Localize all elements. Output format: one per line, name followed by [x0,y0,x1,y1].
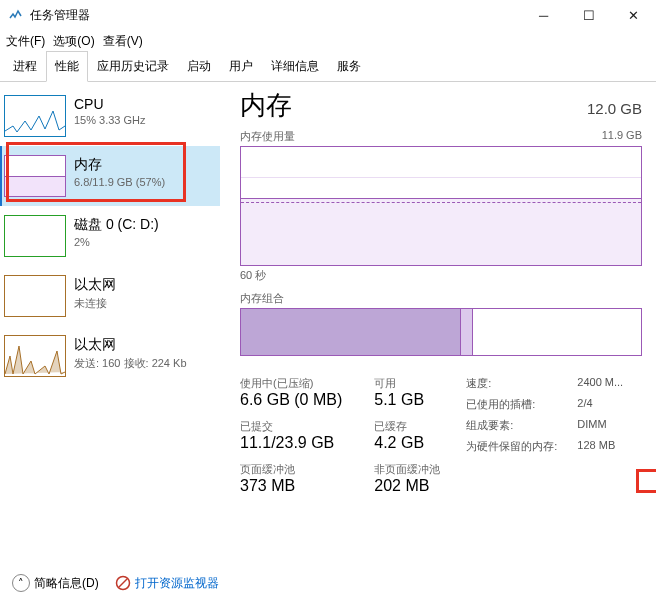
tab-strip: 进程 性能 应用历史记录 启动 用户 详细信息 服务 [0,52,656,82]
tab-details[interactable]: 详细信息 [262,51,328,81]
committed-value: 11.1/23.9 GB [240,434,342,452]
app-icon [8,7,24,23]
tab-processes[interactable]: 进程 [4,51,46,81]
sidebar-sub: 2% [74,236,159,248]
in-use-label: 使用中(已压缩) [240,376,342,391]
cached-value: 4.2 GB [374,434,440,452]
fewer-details-button[interactable]: ˄ 简略信息(D) [12,574,99,592]
tab-app-history[interactable]: 应用历史记录 [88,51,178,81]
in-use-value: 6.6 GB (0 MB) [240,391,342,409]
resmon-label: 打开资源监视器 [135,575,219,592]
title-bar: 任务管理器 ─ ☐ ✕ [0,0,656,30]
cached-label: 已缓存 [374,419,440,434]
memory-usage-chart [240,146,642,266]
sidebar: CPU 15% 3.33 GHz 内存 6.8/11.9 GB (57%) 磁盘… [0,82,220,567]
sidebar-item-disk[interactable]: 磁盘 0 (C: D:) 2% [0,206,220,266]
speed-label: 速度: [466,376,557,391]
avail-label: 可用 [374,376,440,391]
close-button[interactable]: ✕ [611,0,656,30]
reserved-value: 128 MB [577,439,623,454]
sidebar-item-ethernet-2[interactable]: 以太网 发送: 160 接收: 224 Kb [0,326,220,386]
paged-value: 373 MB [240,477,342,495]
page-title: 内存 [240,88,292,123]
maximize-button[interactable]: ☐ [566,0,611,30]
slots-label: 已使用的插槽: [466,397,557,412]
memory-thumb [4,155,66,197]
total-memory: 12.0 GB [587,100,642,117]
sidebar-sub: 发送: 160 接收: 224 Kb [74,356,187,371]
speed-value: 2400 M... [577,376,623,391]
minimize-button[interactable]: ─ [521,0,566,30]
time-axis-label: 60 秒 [240,268,642,283]
sidebar-sub: 未连接 [74,296,116,311]
avail-value: 5.1 GB [374,391,440,409]
composition-label: 内存组合 [240,291,642,306]
resmon-icon [115,575,131,591]
nonpaged-value: 202 MB [374,477,440,495]
sidebar-sub: 15% 3.33 GHz [74,114,146,126]
committed-label: 已提交 [240,419,342,434]
memory-composition-chart [240,308,642,356]
disk-thumb [4,215,66,257]
sidebar-item-ethernet-1[interactable]: 以太网 未连接 [0,266,220,326]
menu-file[interactable]: 文件(F) [6,33,45,50]
stats-area: 使用中(已压缩) 6.6 GB (0 MB) 可用 5.1 GB 已提交 11.… [240,376,642,503]
tab-startup[interactable]: 启动 [178,51,220,81]
open-resmon-link[interactable]: 打开资源监视器 [115,575,219,592]
stats-left: 使用中(已压缩) 6.6 GB (0 MB) 可用 5.1 GB 已提交 11.… [240,376,440,503]
sidebar-label: 以太网 [74,276,116,294]
tab-performance[interactable]: 性能 [46,51,88,82]
tab-users[interactable]: 用户 [220,51,262,81]
nonpaged-label: 非页面缓冲池 [374,462,440,477]
sidebar-label: 磁盘 0 (C: D:) [74,216,159,234]
chevron-up-icon: ˄ [12,574,30,592]
slots-value: 2/4 [577,397,623,412]
svg-line-1 [119,579,127,587]
usage-chart-max: 11.9 GB [602,129,642,144]
sidebar-label: 以太网 [74,336,187,354]
menu-bar: 文件(F) 选项(O) 查看(V) [0,30,656,52]
ethernet-thumb [4,335,66,377]
reserved-label: 为硬件保留的内存: [466,439,557,454]
sidebar-label: CPU [74,96,146,112]
tab-services[interactable]: 服务 [328,51,370,81]
window-title: 任务管理器 [30,7,521,24]
window-controls: ─ ☐ ✕ [521,0,656,30]
sidebar-item-cpu[interactable]: CPU 15% 3.33 GHz [0,86,220,146]
ethernet-thumb [4,275,66,317]
menu-view[interactable]: 查看(V) [103,33,143,50]
sidebar-item-memory[interactable]: 内存 6.8/11.9 GB (57%) [0,146,220,206]
fewer-details-label: 简略信息(D) [34,575,99,592]
form-value: DIMM [577,418,623,433]
stats-right: 速度: 2400 M... 已使用的插槽: 2/4 组成要素: DIMM 为硬件… [466,376,623,503]
footer: ˄ 简略信息(D) 打开资源监视器 [0,567,656,599]
usage-chart-label: 内存使用量 [240,129,295,144]
content-panel: 内存 12.0 GB 内存使用量 11.9 GB 60 秒 内存组合 使用中(已… [220,82,656,567]
cpu-thumb [4,95,66,137]
form-label: 组成要素: [466,418,557,433]
main-area: CPU 15% 3.33 GHz 内存 6.8/11.9 GB (57%) 磁盘… [0,82,656,567]
sidebar-sub: 6.8/11.9 GB (57%) [74,176,165,188]
paged-label: 页面缓冲池 [240,462,342,477]
sidebar-label: 内存 [74,156,165,174]
menu-options[interactable]: 选项(O) [53,33,94,50]
